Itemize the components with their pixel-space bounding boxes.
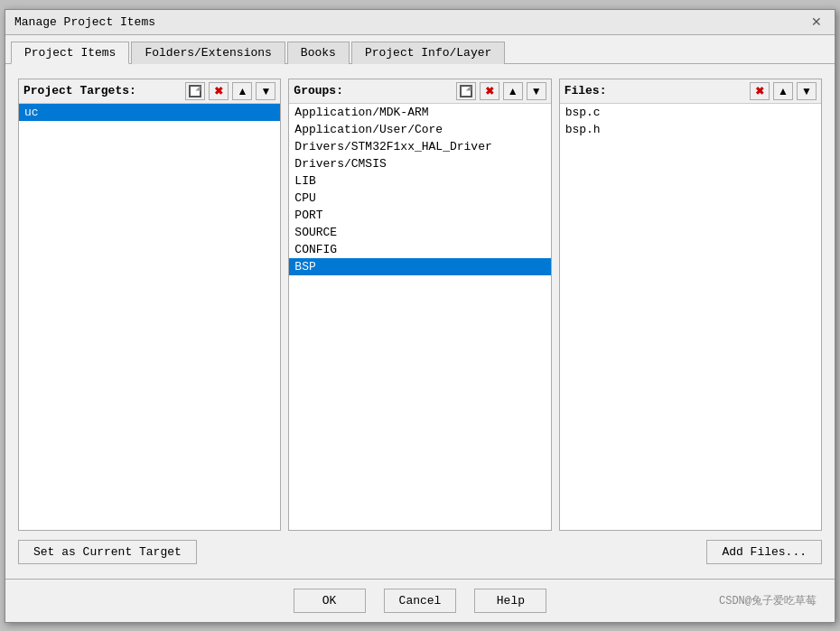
down-arrow-icon: ▼	[801, 85, 812, 97]
delete-icon: ✖	[755, 85, 764, 97]
files-header: Files: ✖ ▲ ▼	[560, 79, 821, 104]
tab-folders-extensions[interactable]: Folders/Extensions	[131, 42, 285, 64]
corner-icon	[466, 86, 471, 91]
panels-row: Project Targets: ✖ ▲ ▼	[18, 79, 822, 531]
targets-new-button[interactable]	[185, 82, 205, 100]
tab-project-info-layer[interactable]: Project Info/Layer	[351, 42, 505, 64]
list-item[interactable]: Application/MDK-ARM	[289, 104, 550, 121]
down-arrow-icon: ▼	[260, 85, 271, 97]
corner-icon	[195, 86, 201, 91]
delete-icon: ✖	[485, 85, 494, 97]
targets-label: Project Targets:	[23, 84, 182, 97]
targets-header: Project Targets: ✖ ▲ ▼	[19, 79, 280, 104]
groups-delete-button[interactable]: ✖	[480, 82, 499, 100]
up-arrow-icon: ▲	[778, 85, 789, 97]
files-actions: Add Files...	[706, 540, 822, 564]
add-files-button[interactable]: Add Files...	[706, 540, 822, 564]
list-item[interactable]: bsp.h	[560, 121, 821, 138]
dialog-title: Manage Project Items	[14, 15, 155, 29]
new-icon	[189, 85, 201, 97]
list-item[interactable]: Drivers/STM32F1xx_HAL_Driver	[289, 138, 550, 155]
list-item[interactable]: CONFIG	[289, 241, 550, 258]
list-item[interactable]: LIB	[289, 172, 550, 190]
project-targets-panel: Project Targets: ✖ ▲ ▼	[18, 79, 281, 531]
list-item[interactable]: Application/User/Core	[289, 121, 550, 138]
help-button[interactable]: Help	[474, 589, 546, 613]
content-area: Project Targets: ✖ ▲ ▼	[5, 64, 835, 579]
close-button[interactable]: ✕	[807, 15, 826, 28]
title-bar: Manage Project Items ✕	[5, 10, 835, 35]
dialog: Manage Project Items ✕ Project Items Fol…	[5, 9, 835, 623]
up-arrow-icon: ▲	[237, 85, 247, 97]
delete-icon: ✖	[214, 85, 223, 97]
down-arrow-icon: ▼	[531, 85, 542, 97]
groups-header: Groups: ✖ ▲ ▼	[289, 79, 550, 104]
bottom-actions: Set as Current Target Add Files...	[18, 540, 822, 564]
up-arrow-icon: ▲	[508, 85, 518, 97]
targets-up-button[interactable]: ▲	[232, 82, 252, 100]
new-icon	[460, 85, 472, 97]
cancel-button[interactable]: Cancel	[384, 589, 457, 613]
ok-button[interactable]: OK	[294, 589, 366, 613]
files-delete-button[interactable]: ✖	[750, 82, 770, 100]
groups-list: Application/MDK-ARM Application/User/Cor…	[289, 104, 550, 530]
set-current-target-button[interactable]: Set as Current Target	[18, 540, 197, 564]
watermark: CSDN@兔子爱吃草莓	[719, 593, 817, 608]
groups-panel: Groups: ✖ ▲ ▼	[288, 79, 551, 531]
files-panel: Files: ✖ ▲ ▼ bsp.c bsp.h	[559, 79, 822, 531]
tabs-bar: Project Items Folders/Extensions Books P…	[5, 35, 835, 64]
files-label: Files:	[565, 84, 746, 97]
list-item[interactable]: uc	[19, 104, 280, 121]
list-item[interactable]: bsp.c	[560, 104, 821, 121]
targets-down-button[interactable]: ▼	[256, 82, 275, 100]
tab-project-items[interactable]: Project Items	[11, 42, 129, 64]
tab-books[interactable]: Books	[287, 42, 350, 64]
targets-delete-button[interactable]: ✖	[209, 82, 229, 100]
files-down-button[interactable]: ▼	[797, 82, 817, 100]
files-list: bsp.c bsp.h	[560, 104, 821, 530]
list-item[interactable]: BSP	[289, 258, 550, 275]
list-item[interactable]: PORT	[289, 207, 550, 224]
groups-new-button[interactable]	[456, 82, 476, 100]
list-item[interactable]: Drivers/CMSIS	[289, 155, 550, 172]
list-item[interactable]: SOURCE	[289, 224, 550, 241]
dialog-footer: OK Cancel Help CSDN@兔子爱吃草莓	[5, 579, 835, 622]
targets-actions: Set as Current Target	[18, 540, 197, 564]
groups-label: Groups:	[294, 84, 452, 97]
groups-up-button[interactable]: ▲	[503, 82, 523, 100]
list-item[interactable]: CPU	[289, 190, 550, 207]
groups-down-button[interactable]: ▼	[527, 82, 546, 100]
targets-list: uc	[19, 104, 280, 530]
files-up-button[interactable]: ▲	[773, 82, 793, 100]
